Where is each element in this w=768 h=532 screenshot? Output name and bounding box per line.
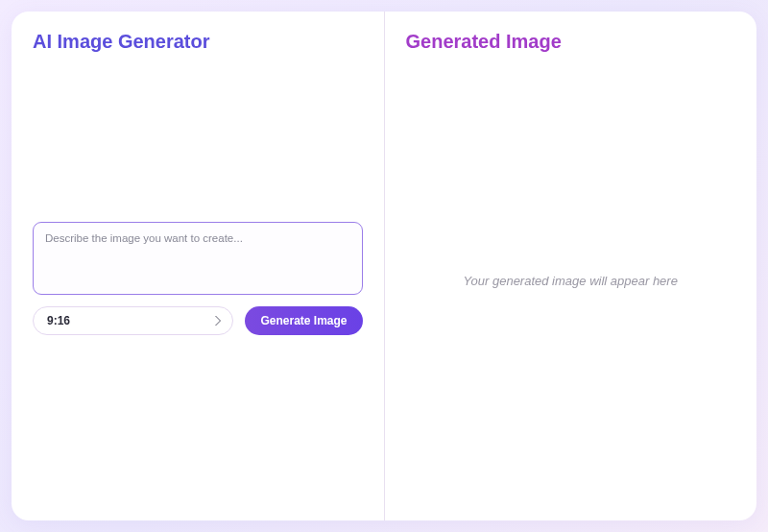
controls-row: 9:16 Generate Image — [33, 306, 363, 335]
aspect-select-wrap: 9:16 — [33, 306, 233, 335]
output-placeholder-area: Your generated image will appear here — [406, 60, 736, 501]
generator-title: AI Image Generator — [33, 31, 363, 53]
prompt-input[interactable] — [33, 222, 363, 295]
app-card: AI Image Generator 9:16 Generate Image G… — [12, 12, 756, 520]
spacer — [33, 60, 363, 222]
output-panel: Generated Image Your generated image wil… — [385, 12, 757, 520]
output-placeholder-text: Your generated image will appear here — [464, 274, 678, 288]
output-title: Generated Image — [406, 31, 736, 53]
generate-button[interactable]: Generate Image — [245, 306, 362, 335]
aspect-ratio-select[interactable]: 9:16 — [33, 306, 233, 335]
generator-panel: AI Image Generator 9:16 Generate Image — [12, 12, 385, 520]
